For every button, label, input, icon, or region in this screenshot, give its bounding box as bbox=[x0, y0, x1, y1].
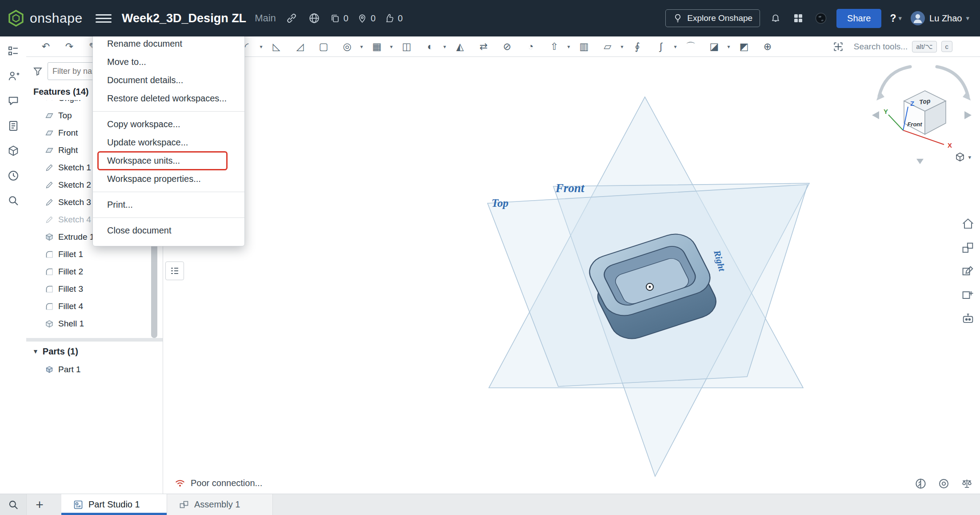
menu-item-document-details[interactable]: Document details... bbox=[93, 71, 244, 89]
feature-part-1[interactable]: Part 1 bbox=[26, 361, 163, 378]
document-menu-button[interactable] bbox=[96, 12, 112, 25]
share-button[interactable]: Share bbox=[836, 9, 881, 28]
notifications-bell-icon[interactable] bbox=[768, 11, 783, 25]
onshape-logo[interactable]: onshape bbox=[7, 9, 87, 27]
export-cube-icon[interactable] bbox=[6, 143, 21, 158]
history-icon[interactable] bbox=[6, 168, 21, 183]
mass-properties-icon[interactable] bbox=[960, 477, 973, 490]
notes-icon[interactable] bbox=[6, 118, 21, 133]
box-add-icon[interactable] bbox=[959, 286, 977, 303]
search-tools[interactable]: Search tools... alt/⌥ c bbox=[854, 41, 952, 52]
stacked-boxes-icon[interactable] bbox=[959, 239, 977, 256]
caret-down-icon[interactable]: ▾ bbox=[619, 44, 625, 50]
new-tab-button[interactable]: + bbox=[27, 494, 52, 515]
document-title[interactable]: Week2_3D_Design ZL bbox=[122, 12, 246, 25]
menu-item-workspace-properties[interactable]: Workspace properties... bbox=[93, 170, 244, 188]
caret-down-icon[interactable]: ▾ bbox=[565, 44, 572, 50]
menu-item-update-workspace[interactable]: Update workspace... bbox=[93, 133, 244, 152]
insert-reference-icon[interactable] bbox=[832, 41, 844, 52]
globe-icon[interactable] bbox=[307, 11, 321, 25]
redo-tool[interactable]: ↷ bbox=[60, 38, 78, 55]
box-edit-icon[interactable] bbox=[959, 263, 977, 280]
chamfer-tool[interactable]: ◺ bbox=[268, 38, 285, 55]
tab-part-studio-1[interactable]: Part Studio 1 bbox=[61, 494, 167, 515]
user-menu[interactable]: Lu Zhao ▾ bbox=[910, 11, 969, 26]
move-face-tool[interactable]: ⇧ bbox=[545, 38, 563, 55]
caret-down-icon[interactable]: ▾ bbox=[388, 44, 395, 50]
menu-item-restore-deleted-workspaces[interactable]: Restore deleted workspaces... bbox=[93, 89, 244, 108]
home-tools-icon[interactable] bbox=[959, 216, 977, 233]
top-plane-label[interactable]: Top bbox=[492, 197, 508, 209]
menu-item-print[interactable]: Print... bbox=[93, 196, 244, 214]
feature-fillet-3[interactable]: Fillet 3 bbox=[26, 280, 150, 298]
panel-split-handle[interactable] bbox=[26, 338, 163, 342]
project-curve-tool[interactable]: ⌒ bbox=[682, 38, 700, 55]
like-count[interactable]: 0 bbox=[384, 13, 403, 24]
linear-pattern-tool[interactable]: ▦ bbox=[368, 38, 386, 55]
rotate-left-arrow[interactable] bbox=[872, 111, 879, 119]
tab-assembly-1[interactable]: Assembly 1 bbox=[167, 494, 273, 515]
link-icon[interactable] bbox=[284, 11, 299, 25]
transform-tool[interactable]: ⇄ bbox=[475, 38, 492, 55]
copy-count[interactable]: 0 bbox=[330, 13, 348, 24]
assistant-robot-icon[interactable] bbox=[959, 310, 977, 327]
feature-list-toggle-button[interactable] bbox=[165, 262, 184, 280]
measure-icon[interactable] bbox=[937, 477, 950, 490]
caret-down-icon[interactable]: ▾ bbox=[441, 44, 448, 50]
mirror-tool[interactable]: ◫ bbox=[398, 38, 416, 55]
section-analysis-icon[interactable] bbox=[914, 477, 927, 490]
front-plane-label[interactable]: Front bbox=[555, 181, 585, 195]
feature-fillet-4[interactable]: Fillet 4 bbox=[26, 298, 150, 315]
view-cube[interactable]: Top Front X Y Z bbox=[872, 67, 972, 164]
origin-marker[interactable] bbox=[646, 283, 653, 290]
scrollbar-thumb[interactable] bbox=[151, 243, 157, 338]
caret-down-icon[interactable]: ▾ bbox=[358, 44, 365, 50]
menu-item-copy-workspace[interactable]: Copy workspace... bbox=[93, 115, 244, 133]
caret-down-icon[interactable]: ▾ bbox=[725, 44, 732, 50]
modify-fillet-tool[interactable]: ◔ bbox=[522, 38, 540, 55]
helix-tool[interactable]: ∮ bbox=[628, 38, 646, 55]
caret-down-icon[interactable]: ▾ bbox=[672, 44, 679, 50]
orbit-right-arrow[interactable] bbox=[937, 67, 968, 96]
feature-fillet-2[interactable]: Fillet 2 bbox=[26, 263, 150, 280]
plane-tool[interactable]: ▱ bbox=[599, 38, 616, 55]
follow-icon[interactable] bbox=[6, 68, 21, 84]
split-tool[interactable]: ◭ bbox=[451, 38, 469, 55]
workspace-name[interactable]: Main bbox=[255, 12, 276, 24]
replace-face-tool[interactable]: ▥ bbox=[575, 38, 593, 55]
undo-tool[interactable]: ↶ bbox=[37, 38, 55, 55]
delete-part-tool[interactable]: ⊘ bbox=[498, 38, 516, 55]
parts-header[interactable]: ▼ Parts (1) bbox=[26, 343, 163, 359]
menu-item-close-document[interactable]: Close document bbox=[93, 221, 244, 240]
surface-tool[interactable]: ◪ bbox=[705, 38, 723, 55]
draft-tool[interactable]: ◿ bbox=[291, 38, 309, 55]
menu-item-move-to[interactable]: Move to... bbox=[93, 53, 244, 71]
pin-count[interactable]: 0 bbox=[357, 13, 376, 24]
apps-grid-icon[interactable] bbox=[791, 11, 805, 25]
help-menu[interactable]: ? ▾ bbox=[890, 12, 902, 24]
feature-shell-1[interactable]: Shell 1 bbox=[26, 315, 150, 332]
caret-down-icon[interactable]: ▼ bbox=[32, 348, 39, 355]
filter-funnel-icon[interactable] bbox=[32, 66, 43, 76]
offset-surface-tool[interactable]: ◩ bbox=[735, 38, 753, 55]
tab-search-button[interactable] bbox=[0, 494, 27, 515]
shell-tool[interactable]: ▢ bbox=[315, 38, 332, 55]
feature-fillet-1[interactable]: Fillet 1 bbox=[26, 245, 150, 263]
view-options-button[interactable]: ▾ bbox=[955, 152, 971, 162]
rotate-down-arrow[interactable] bbox=[916, 159, 924, 164]
menu-item-rename-document[interactable]: Rename document bbox=[93, 35, 244, 53]
comments-icon[interactable] bbox=[6, 93, 21, 109]
community-icon[interactable] bbox=[814, 11, 828, 25]
rotate-right-arrow[interactable] bbox=[964, 111, 972, 119]
explore-onshape-button[interactable]: Explore Onshape bbox=[665, 9, 760, 27]
orbit-left-arrow[interactable] bbox=[879, 67, 910, 96]
curve-tool[interactable]: ∫ bbox=[652, 38, 670, 55]
hole-tool[interactable]: ◎ bbox=[338, 38, 356, 55]
menu-item-workspace-units[interactable]: Workspace units... bbox=[93, 152, 244, 170]
caret-down-icon[interactable]: ▾ bbox=[258, 44, 264, 50]
boolean-tool[interactable]: ◐ bbox=[421, 38, 439, 55]
fit-spline-tool[interactable]: ⊕ bbox=[759, 38, 776, 55]
graphics-viewport[interactable]: Front Top Right Top Front bbox=[163, 56, 980, 494]
search-icon[interactable] bbox=[6, 193, 21, 208]
task-list-icon[interactable] bbox=[6, 44, 21, 59]
